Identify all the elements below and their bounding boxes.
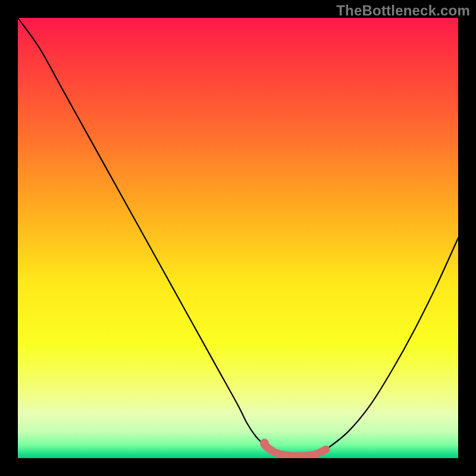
highlight-start-dot [260, 439, 269, 447]
bottleneck-curve-path [18, 18, 458, 456]
chart-svg [18, 18, 458, 458]
plot-area [18, 18, 458, 458]
watermark-text: TheBottleneck.com [336, 2, 470, 19]
chart-frame: TheBottleneck.com [0, 0, 476, 476]
highlight-segment [264, 445, 326, 456]
